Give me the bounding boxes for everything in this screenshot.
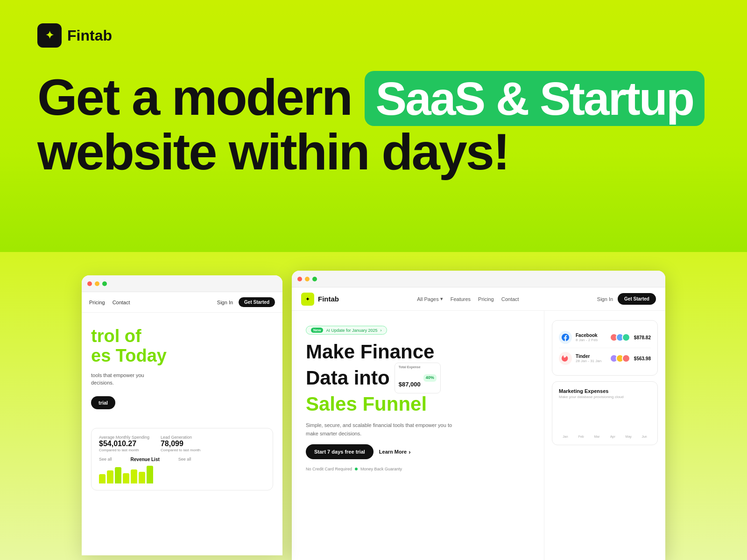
left-nav-links: Pricing Contact xyxy=(89,300,130,305)
right-main-content: New AI Update for January 2025 › Make Fi… xyxy=(292,311,544,560)
bar-jun-label: Jun xyxy=(641,435,647,438)
bar-mar: Mar xyxy=(591,433,604,438)
tinder-row: Tinder 28 Jan - 31 Jan $563.98 xyxy=(559,348,651,369)
hero-title: Get a modern SaaS & Startup website with… xyxy=(37,71,710,177)
mini-bar-chart xyxy=(99,465,265,483)
right-logo-icon: ✦ xyxy=(301,293,314,306)
percent-badge: 40% xyxy=(423,374,437,382)
no-credit-row: No Credit Card Required Money Back Guara… xyxy=(306,467,530,471)
learn-more-button[interactable]: Learn More › xyxy=(379,448,411,455)
bar-mar-label: Mar xyxy=(594,435,600,438)
left-hero-sub: tools that empower youdecisions. xyxy=(91,371,273,387)
dot-green-r xyxy=(312,277,317,281)
bar-jan: Jan xyxy=(559,433,572,438)
nav-features[interactable]: Features xyxy=(451,296,471,302)
hero-section: ✦ Fintab Get a modern SaaS & Startup web… xyxy=(0,0,747,252)
no-credit-text: No Credit Card Required xyxy=(306,467,352,471)
left-nav-actions: Sign In Get Started xyxy=(217,297,275,307)
facebook-name: Facebook xyxy=(576,333,612,338)
money-back-text: Money Back Guaranty xyxy=(360,467,402,471)
revenue-list-label: Revenue List xyxy=(131,457,160,462)
hero-line2: website within days! xyxy=(37,123,509,180)
left-browser: Pricing Contact Sign In Get Started trol… xyxy=(82,275,282,555)
marketing-card: Marketing Expenses Make your database pr… xyxy=(552,381,658,445)
see-all-left[interactable]: See all xyxy=(99,457,112,462)
left-title-suffix: Today xyxy=(111,346,167,365)
logo-area: ✦ Fintab xyxy=(37,23,710,48)
facebook-amount: $878.82 xyxy=(634,335,651,340)
monthly-spending-compare: Compared to last month xyxy=(99,448,149,452)
bar-feb: Feb xyxy=(575,433,588,438)
get-started-left[interactable]: Get Started xyxy=(239,297,275,307)
bar-5 xyxy=(131,469,137,483)
monthly-spending-value: $54,010.27 xyxy=(99,440,149,448)
green-dot-icon xyxy=(355,468,358,470)
hero-line2-right: Data into Total Expense $87,000 40% xyxy=(306,363,530,393)
sign-in-left[interactable]: Sign In xyxy=(217,300,233,305)
avatar-3 xyxy=(622,333,630,342)
trial-btn-left[interactable]: trial xyxy=(91,396,115,409)
marketing-title: Marketing Expenses xyxy=(559,388,651,394)
lead-gen-compare: Compared to last month xyxy=(161,448,200,452)
tinder-date: 28 Jan - 31 Jan xyxy=(576,359,612,363)
avatar-6 xyxy=(622,354,630,363)
hero-highlight: SaaS & Startup xyxy=(365,71,705,126)
left-hero-title: trol of es Today xyxy=(91,327,273,366)
right-browser: ✦ Fintab All Pages ▾ Features Pricing Co… xyxy=(292,271,665,560)
badge-arrow: › xyxy=(381,328,382,333)
lead-gen-value: 78,099 xyxy=(161,440,200,448)
right-nav-links: All Pages ▾ Features Pricing Contact xyxy=(417,296,519,302)
dot-red-r xyxy=(297,277,302,281)
tinder-info: Tinder 28 Jan - 31 Jan xyxy=(576,354,612,363)
brand-name: Fintab xyxy=(67,27,112,44)
bar-4 xyxy=(123,473,129,483)
right-sidebar: Facebook 8 Jan - 2 Feb $878.82 xyxy=(544,311,665,560)
finance-card: Facebook 8 Jan - 2 Feb $878.82 xyxy=(552,320,658,376)
right-logo: ✦ Fintab xyxy=(301,293,339,306)
bar-3 xyxy=(115,467,121,483)
hero-line1-right: Make Finance xyxy=(306,341,530,363)
revenue-header: See all Revenue List See all xyxy=(99,457,265,462)
expense-badge: Total Expense $87,000 40% xyxy=(395,363,441,393)
nav-pricing[interactable]: Pricing xyxy=(478,296,494,302)
tinder-icon xyxy=(559,352,572,365)
trial-button-right[interactable]: Start 7 days free trial xyxy=(306,444,374,459)
tinder-name: Tinder xyxy=(576,354,612,359)
bar-may-label: May xyxy=(626,435,632,438)
facebook-icon xyxy=(559,331,572,344)
bar-may: May xyxy=(622,433,635,438)
logo-icon: ✦ xyxy=(37,23,62,48)
bar-jan-label: Jan xyxy=(563,435,568,438)
bar-7 xyxy=(147,466,153,483)
nav-pricing[interactable]: Pricing xyxy=(89,300,105,305)
hero-line1: Get a modern xyxy=(37,68,352,126)
bar-apr: Apr xyxy=(606,433,619,438)
facebook-row: Facebook 8 Jan - 2 Feb $878.82 xyxy=(559,327,651,348)
marketing-bar-chart: Jan Feb Mar Apr xyxy=(559,406,651,438)
nav-contact[interactable]: Contact xyxy=(113,300,130,305)
left-title-line1: trol of xyxy=(91,326,141,346)
tinder-amount: $563.98 xyxy=(634,356,651,361)
expense-value: $87,000 xyxy=(399,381,421,388)
chevron-down-icon: ▾ xyxy=(440,296,443,302)
nav-all-pages[interactable]: All Pages ▾ xyxy=(417,296,443,302)
new-badge: New AI Update for January 2025 › xyxy=(306,326,387,335)
bar-apr-label: Apr xyxy=(610,435,615,438)
right-browser-nav: ✦ Fintab All Pages ▾ Features Pricing Co… xyxy=(292,287,665,311)
monthly-spending: Average Monthly Spending $54,010.27 Comp… xyxy=(99,435,149,452)
monthly-spending-label: Average Monthly Spending xyxy=(99,435,149,440)
bar-2 xyxy=(107,470,113,483)
facebook-avatars xyxy=(612,333,630,342)
left-title-accent: es xyxy=(91,346,111,365)
see-all-right[interactable]: See all xyxy=(178,457,191,462)
left-browser-nav: Pricing Contact Sign In Get Started xyxy=(82,292,282,313)
sign-in-right[interactable]: Sign In xyxy=(597,296,613,302)
marketing-sub: Make your database provisioning cloud xyxy=(559,395,651,399)
hero-line3-right: Sales Funnel xyxy=(306,393,530,415)
left-browser-content: trol of es Today tools that empower youd… xyxy=(82,313,282,500)
dot-yellow-r xyxy=(305,277,310,281)
dot-green xyxy=(102,281,107,286)
get-started-right[interactable]: Get Started xyxy=(618,293,656,305)
right-logo-text: Fintab xyxy=(318,295,339,303)
nav-contact[interactable]: Contact xyxy=(501,296,519,302)
